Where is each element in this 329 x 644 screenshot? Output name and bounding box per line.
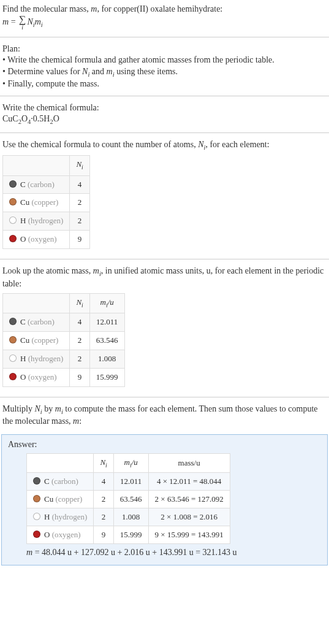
final-sum: m = 48.044 u + 127.092 u + 2.016 u + 143… xyxy=(26,548,321,558)
elem-cell: C (carbon) xyxy=(27,472,94,490)
col-blank xyxy=(3,293,70,313)
divider xyxy=(0,397,329,397)
elem-cell: Cu (copper) xyxy=(27,490,94,508)
table-row: Cu (copper) 2 63.546 2 × 63.546 = 127.09… xyxy=(27,490,230,508)
element-bullet-icon xyxy=(9,373,17,380)
elem-cell: H (hydrogen) xyxy=(27,508,94,526)
elem-cell: C (carbon) xyxy=(3,175,70,194)
element-bullet-icon xyxy=(9,318,17,325)
formula-title: Write the chemical formula: xyxy=(2,102,327,113)
elem-cell: H (hydrogen) xyxy=(3,350,70,368)
divider xyxy=(0,132,329,133)
N-value: 2 xyxy=(70,331,89,350)
table-row: O (oxygen) 9 15.999 xyxy=(3,368,125,386)
elem-cell: Cu (copper) xyxy=(3,194,70,212)
table-row: O (oxygen) 9 15.999 9 × 15.999 = 143.991 xyxy=(27,526,230,543)
col-blank xyxy=(3,156,70,175)
count-section: Use the chemical formula to count the nu… xyxy=(0,136,329,256)
table-row: C (carbon) 4 12.011 4 × 12.011 = 48.044 xyxy=(27,472,230,490)
element-bullet-icon xyxy=(9,235,17,242)
N-value: 2 xyxy=(94,490,113,508)
elem-cell: Cu (copper) xyxy=(3,331,70,350)
col-mi: mi/u xyxy=(113,454,148,473)
plan-item-1: • Write the chemical formula and gather … xyxy=(2,55,327,66)
N-value: 4 xyxy=(70,175,89,194)
mass-text: Look up the atomic mass, mi, in unified … xyxy=(2,266,327,289)
answer-title: Answer: xyxy=(8,440,321,450)
mass-table: Ni mi/u C (carbon) 4 12.011 Cu (copper) … xyxy=(2,293,125,387)
elem-cell: O (oxygen) xyxy=(3,231,70,249)
plan-section: Plan: • Write the chemical formula and g… xyxy=(0,40,329,93)
N-value: 4 xyxy=(94,472,113,490)
element-bullet-icon xyxy=(33,495,40,502)
N-value: 9 xyxy=(70,231,89,249)
table-row: Cu (copper) 2 63.546 xyxy=(3,331,125,350)
element-bullet-icon xyxy=(33,513,40,520)
formula-section: Write the chemical formula: CuC2O4·0.5H2… xyxy=(0,99,329,130)
mass-equation: m = ∑i Nimi xyxy=(2,17,43,26)
table-row: O (oxygen) 9 xyxy=(3,231,90,249)
col-Ni: Ni xyxy=(94,454,113,473)
col-Ni: Ni xyxy=(70,293,89,313)
divider xyxy=(0,96,329,96)
answer-table: Ni mi/u mass/u C (carbon) 4 12.011 4 × 1… xyxy=(26,453,230,544)
intro-section: Find the molecular mass, m, for copper(I… xyxy=(0,0,329,34)
element-bullet-icon xyxy=(9,217,17,224)
count-table: Ni C (carbon) 4 Cu (copper) 2 H (hydroge… xyxy=(2,155,90,249)
multiply-section: Multiply Ni by mi to compute the mass fo… xyxy=(0,400,329,431)
col-Ni: Ni xyxy=(70,156,89,175)
col-mi: mi/u xyxy=(89,293,124,313)
mass-expr: 2 × 63.546 = 127.092 xyxy=(148,490,230,508)
N-value: 9 xyxy=(94,526,113,543)
table-row: H (hydrogen) 2 1.008 xyxy=(3,350,125,368)
N-value: 4 xyxy=(70,313,89,331)
count-text: Use the chemical formula to count the nu… xyxy=(2,139,327,151)
table-row: C (carbon) 4 12.011 xyxy=(3,313,125,331)
elem-cell: O (oxygen) xyxy=(3,368,70,386)
chemical-formula: CuC2O4·0.5H2O xyxy=(2,113,327,126)
multiply-text: Multiply Ni by mi to compute the mass fo… xyxy=(2,404,327,427)
col-mass: mass/u xyxy=(148,454,230,473)
N-value: 2 xyxy=(70,350,89,368)
N-value: 2 xyxy=(70,212,89,231)
m-value: 1.008 xyxy=(89,350,124,368)
table-row: H (hydrogen) 2 xyxy=(3,212,90,231)
divider xyxy=(0,37,329,37)
answer-box: Answer: Ni mi/u mass/u C (carbon) 4 12.0… xyxy=(1,434,328,565)
table-row: Cu (copper) 2 xyxy=(3,194,90,212)
mass-expr: 4 × 12.011 = 48.044 xyxy=(148,472,230,490)
element-bullet-icon xyxy=(9,336,17,343)
var-m: m xyxy=(91,4,97,13)
elem-cell: C (carbon) xyxy=(3,313,70,331)
intro-text-b: , for copper(II) oxalate hemihydrate: xyxy=(97,4,222,13)
element-bullet-icon xyxy=(9,198,17,205)
m-value: 63.546 xyxy=(89,331,124,350)
element-bullet-icon xyxy=(9,355,17,362)
element-bullet-icon xyxy=(9,180,17,188)
plan-item-3: • Finally, compute the mass. xyxy=(2,79,327,90)
plan-item-2: • Determine values for Ni and mi using t… xyxy=(2,66,327,79)
table-row: C (carbon) 4 xyxy=(3,175,90,194)
element-bullet-icon xyxy=(33,531,40,538)
table-row: H (hydrogen) 2 1.008 2 × 1.008 = 2.016 xyxy=(27,508,230,526)
intro-text-a: Find the molecular mass, xyxy=(2,4,91,13)
N-value: 2 xyxy=(70,194,89,212)
mass-expr: 2 × 1.008 = 2.016 xyxy=(148,508,230,526)
N-value: 2 xyxy=(94,508,113,526)
m-value: 1.008 xyxy=(113,508,148,526)
plan-title: Plan: xyxy=(2,44,327,55)
m-value: 63.546 xyxy=(113,490,148,508)
m-value: 12.011 xyxy=(89,313,124,331)
mass-expr: 9 × 15.999 = 143.991 xyxy=(148,526,230,543)
N-value: 9 xyxy=(70,368,89,386)
element-bullet-icon xyxy=(33,477,40,485)
m-value: 15.999 xyxy=(113,526,148,543)
mass-lookup-section: Look up the atomic mass, mi, in unified … xyxy=(0,262,329,394)
col-blank xyxy=(27,454,94,473)
elem-cell: H (hydrogen) xyxy=(3,212,70,231)
divider xyxy=(0,259,329,259)
m-value: 12.011 xyxy=(113,472,148,490)
elem-cell: O (oxygen) xyxy=(27,526,94,543)
m-value: 15.999 xyxy=(89,368,124,386)
